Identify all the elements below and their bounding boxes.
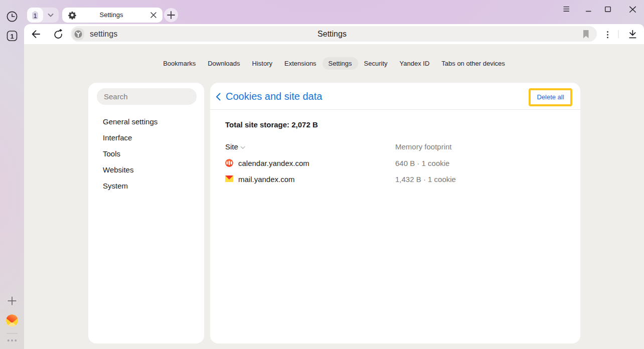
svg-text:1: 1: [10, 33, 14, 40]
svg-text:1: 1: [33, 12, 37, 20]
